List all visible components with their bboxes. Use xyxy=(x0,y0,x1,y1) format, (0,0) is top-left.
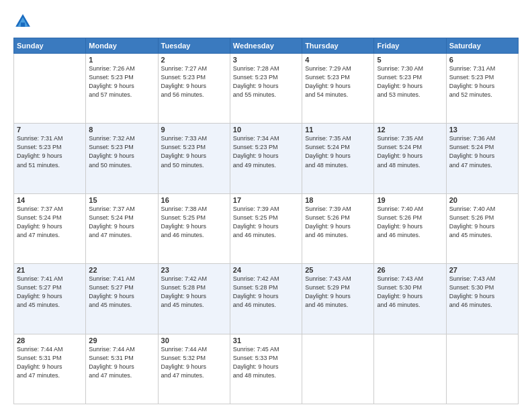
weekday-header-saturday: Saturday xyxy=(446,38,518,54)
calendar-week-4: 21Sunrise: 7:41 AMSunset: 5:27 PMDayligh… xyxy=(14,264,519,334)
day-number: 4 xyxy=(305,56,371,64)
calendar-cell: 11Sunrise: 7:35 AMSunset: 5:24 PMDayligh… xyxy=(302,124,374,193)
calendar-cell: 15Sunrise: 7:37 AMSunset: 5:24 PMDayligh… xyxy=(86,193,158,263)
day-number: 2 xyxy=(161,56,227,64)
logo xyxy=(13,12,35,31)
page: SundayMondayTuesdayWednesdayThursdayFrid… xyxy=(0,0,532,411)
calendar-cell xyxy=(14,54,86,124)
day-info: Sunrise: 7:27 AMSunset: 5:23 PMDaylight:… xyxy=(161,64,227,99)
day-number: 15 xyxy=(89,196,154,204)
day-info: Sunrise: 7:35 AMSunset: 5:24 PMDaylight:… xyxy=(377,134,443,169)
day-info: Sunrise: 7:41 AMSunset: 5:27 PMDaylight:… xyxy=(89,275,154,310)
calendar-cell: 4Sunrise: 7:29 AMSunset: 5:23 PMDaylight… xyxy=(302,54,374,124)
calendar-cell: 16Sunrise: 7:38 AMSunset: 5:25 PMDayligh… xyxy=(158,193,230,263)
calendar-cell: 2Sunrise: 7:27 AMSunset: 5:23 PMDaylight… xyxy=(158,54,230,124)
calendar-cell: 12Sunrise: 7:35 AMSunset: 5:24 PMDayligh… xyxy=(374,124,446,193)
calendar-cell: 18Sunrise: 7:39 AMSunset: 5:26 PMDayligh… xyxy=(302,193,374,263)
calendar-cell: 28Sunrise: 7:44 AMSunset: 5:31 PMDayligh… xyxy=(14,334,86,404)
day-number: 8 xyxy=(89,126,154,134)
day-number: 21 xyxy=(17,266,83,274)
calendar-cell xyxy=(302,334,374,404)
day-info: Sunrise: 7:26 AMSunset: 5:23 PMDaylight:… xyxy=(89,64,154,99)
calendar-cell: 14Sunrise: 7:37 AMSunset: 5:24 PMDayligh… xyxy=(14,193,86,263)
calendar-cell: 21Sunrise: 7:41 AMSunset: 5:27 PMDayligh… xyxy=(14,264,86,334)
calendar-week-2: 7Sunrise: 7:31 AMSunset: 5:23 PMDaylight… xyxy=(14,124,519,193)
day-info: Sunrise: 7:35 AMSunset: 5:24 PMDaylight:… xyxy=(305,134,371,169)
day-info: Sunrise: 7:36 AMSunset: 5:24 PMDaylight:… xyxy=(449,134,515,169)
day-number: 6 xyxy=(449,56,515,64)
calendar-cell: 30Sunrise: 7:44 AMSunset: 5:32 PMDayligh… xyxy=(158,334,230,404)
day-number: 12 xyxy=(377,126,443,134)
logo-icon xyxy=(13,12,32,31)
day-info: Sunrise: 7:41 AMSunset: 5:27 PMDaylight:… xyxy=(17,275,83,310)
day-info: Sunrise: 7:32 AMSunset: 5:23 PMDaylight:… xyxy=(89,134,154,169)
calendar-cell: 27Sunrise: 7:43 AMSunset: 5:30 PMDayligh… xyxy=(446,264,518,334)
calendar-cell: 25Sunrise: 7:43 AMSunset: 5:29 PMDayligh… xyxy=(302,264,374,334)
day-number: 14 xyxy=(17,196,83,204)
day-info: Sunrise: 7:43 AMSunset: 5:30 PMDaylight:… xyxy=(377,275,443,310)
calendar-week-5: 28Sunrise: 7:44 AMSunset: 5:31 PMDayligh… xyxy=(14,334,519,404)
calendar-cell xyxy=(446,334,518,404)
calendar-week-1: 1Sunrise: 7:26 AMSunset: 5:23 PMDaylight… xyxy=(14,54,519,124)
calendar-cell xyxy=(374,334,446,404)
day-number: 3 xyxy=(233,56,299,64)
day-info: Sunrise: 7:33 AMSunset: 5:23 PMDaylight:… xyxy=(161,134,227,169)
day-info: Sunrise: 7:40 AMSunset: 5:26 PMDaylight:… xyxy=(449,205,515,240)
weekday-header-monday: Monday xyxy=(86,38,158,54)
calendar-week-3: 14Sunrise: 7:37 AMSunset: 5:24 PMDayligh… xyxy=(14,193,519,263)
calendar-cell: 13Sunrise: 7:36 AMSunset: 5:24 PMDayligh… xyxy=(446,124,518,193)
day-number: 26 xyxy=(377,266,443,274)
day-info: Sunrise: 7:37 AMSunset: 5:24 PMDaylight:… xyxy=(89,205,154,240)
day-number: 28 xyxy=(17,336,83,345)
weekday-header-thursday: Thursday xyxy=(302,38,374,54)
day-number: 9 xyxy=(161,126,227,134)
weekday-header-tuesday: Tuesday xyxy=(158,38,230,54)
weekday-header-sunday: Sunday xyxy=(14,38,86,54)
day-info: Sunrise: 7:31 AMSunset: 5:23 PMDaylight:… xyxy=(17,134,83,169)
day-info: Sunrise: 7:43 AMSunset: 5:30 PMDaylight:… xyxy=(449,275,515,310)
day-info: Sunrise: 7:30 AMSunset: 5:23 PMDaylight:… xyxy=(377,64,443,99)
day-number: 30 xyxy=(161,336,227,345)
day-number: 27 xyxy=(449,266,515,274)
calendar-cell: 24Sunrise: 7:42 AMSunset: 5:28 PMDayligh… xyxy=(230,264,302,334)
day-info: Sunrise: 7:40 AMSunset: 5:26 PMDaylight:… xyxy=(377,205,443,240)
day-info: Sunrise: 7:44 AMSunset: 5:31 PMDaylight:… xyxy=(17,345,83,380)
day-number: 17 xyxy=(233,196,299,204)
day-info: Sunrise: 7:38 AMSunset: 5:25 PMDaylight:… xyxy=(161,205,227,240)
day-number: 31 xyxy=(233,336,299,345)
calendar-cell: 9Sunrise: 7:33 AMSunset: 5:23 PMDaylight… xyxy=(158,124,230,193)
calendar-cell: 29Sunrise: 7:44 AMSunset: 5:31 PMDayligh… xyxy=(86,334,158,404)
day-number: 10 xyxy=(233,126,299,134)
calendar-cell: 7Sunrise: 7:31 AMSunset: 5:23 PMDaylight… xyxy=(14,124,86,193)
day-number: 23 xyxy=(161,266,227,274)
calendar-cell: 20Sunrise: 7:40 AMSunset: 5:26 PMDayligh… xyxy=(446,193,518,263)
day-number: 18 xyxy=(305,196,371,204)
calendar-cell: 6Sunrise: 7:31 AMSunset: 5:23 PMDaylight… xyxy=(446,54,518,124)
calendar-cell: 23Sunrise: 7:42 AMSunset: 5:28 PMDayligh… xyxy=(158,264,230,334)
day-info: Sunrise: 7:42 AMSunset: 5:28 PMDaylight:… xyxy=(161,275,227,310)
day-info: Sunrise: 7:45 AMSunset: 5:33 PMDaylight:… xyxy=(233,345,299,380)
day-info: Sunrise: 7:44 AMSunset: 5:31 PMDaylight:… xyxy=(89,345,154,380)
day-info: Sunrise: 7:39 AMSunset: 5:25 PMDaylight:… xyxy=(233,205,299,240)
calendar-cell: 5Sunrise: 7:30 AMSunset: 5:23 PMDaylight… xyxy=(374,54,446,124)
calendar-cell: 1Sunrise: 7:26 AMSunset: 5:23 PMDaylight… xyxy=(86,54,158,124)
calendar-cell: 3Sunrise: 7:28 AMSunset: 5:23 PMDaylight… xyxy=(230,54,302,124)
day-number: 16 xyxy=(161,196,227,204)
calendar-cell: 19Sunrise: 7:40 AMSunset: 5:26 PMDayligh… xyxy=(374,193,446,263)
day-number: 7 xyxy=(17,126,83,134)
calendar-cell: 10Sunrise: 7:34 AMSunset: 5:23 PMDayligh… xyxy=(230,124,302,193)
day-number: 25 xyxy=(305,266,371,274)
calendar-cell: 22Sunrise: 7:41 AMSunset: 5:27 PMDayligh… xyxy=(86,264,158,334)
day-number: 20 xyxy=(449,196,515,204)
calendar-cell: 8Sunrise: 7:32 AMSunset: 5:23 PMDaylight… xyxy=(86,124,158,193)
day-number: 19 xyxy=(377,196,443,204)
day-info: Sunrise: 7:29 AMSunset: 5:23 PMDaylight:… xyxy=(305,64,371,99)
weekday-header-row: SundayMondayTuesdayWednesdayThursdayFrid… xyxy=(14,38,519,54)
calendar-cell: 26Sunrise: 7:43 AMSunset: 5:30 PMDayligh… xyxy=(374,264,446,334)
day-info: Sunrise: 7:43 AMSunset: 5:29 PMDaylight:… xyxy=(305,275,371,310)
day-number: 13 xyxy=(449,126,515,134)
calendar-cell: 17Sunrise: 7:39 AMSunset: 5:25 PMDayligh… xyxy=(230,193,302,263)
day-number: 22 xyxy=(89,266,154,274)
day-number: 5 xyxy=(377,56,443,64)
day-info: Sunrise: 7:44 AMSunset: 5:32 PMDaylight:… xyxy=(161,345,227,380)
